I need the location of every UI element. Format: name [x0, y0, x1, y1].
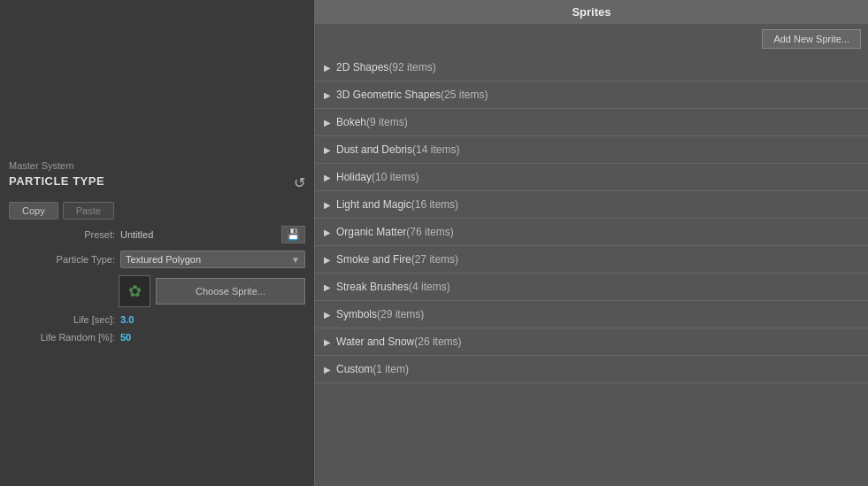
chevron-right-icon: ▶	[324, 63, 331, 73]
choose-sprite-button[interactable]: Choose Sprite...	[156, 278, 305, 305]
chevron-right-icon: ▶	[324, 255, 331, 265]
left-panel: Master System PARTICLE TYPE ↺ Copy Paste…	[0, 0, 314, 486]
life-random-label: Life Random [%]:	[9, 332, 115, 343]
sprite-category-item[interactable]: ▶Organic Matter (76 items)	[315, 219, 868, 246]
sprite-category-item[interactable]: ▶Water and Snow (26 items)	[315, 328, 868, 356]
chevron-right-icon: ▶	[324, 90, 331, 100]
particle-type-value: Textured Polygon	[126, 254, 201, 265]
sprite-category-item[interactable]: ▶Custom (1 item)	[315, 356, 868, 383]
category-name: Custom	[336, 363, 373, 375]
sprite-preview-icon: ✿	[128, 282, 142, 301]
chevron-down-icon: ▼	[291, 255, 300, 265]
category-name: Smoke and Fire	[336, 253, 411, 266]
add-sprite-row: Add New Sprite...	[315, 24, 868, 54]
life-value: 3.0	[120, 314, 134, 325]
category-name: Symbols	[336, 308, 377, 320]
chevron-right-icon: ▶	[324, 200, 331, 210]
sprite-category-item[interactable]: ▶Bokeh (9 items)	[315, 109, 868, 136]
sprite-category-item[interactable]: ▶3D Geometric Shapes (25 items)	[315, 81, 868, 109]
paste-button[interactable]: Paste	[63, 202, 114, 220]
preset-save-button[interactable]: 💾	[281, 226, 305, 243]
category-count: (76 items)	[406, 226, 453, 238]
chevron-right-icon: ▶	[324, 173, 331, 182]
category-name: Light and Magic	[336, 198, 411, 211]
sprite-category-item[interactable]: ▶Dust and Debris (14 items)	[315, 136, 868, 164]
preset-label: Preset:	[9, 229, 115, 240]
sprite-category-item[interactable]: ▶2D Shapes (92 items)	[315, 54, 868, 81]
category-count: (9 items)	[366, 116, 408, 128]
reset-icon[interactable]: ↺	[294, 174, 305, 191]
chevron-right-icon: ▶	[324, 118, 331, 127]
particle-type-row: Particle Type: Textured Polygon ▼	[9, 251, 305, 268]
category-name: Dust and Debris	[336, 143, 412, 156]
category-count: (29 items)	[377, 308, 424, 320]
life-row: Life [sec]: 3.0	[9, 314, 305, 325]
category-name: Organic Matter	[336, 226, 406, 238]
category-name: 2D Shapes	[336, 61, 388, 73]
form-rows: Preset: Untitled 💾 Particle Type: Textur…	[9, 226, 305, 350]
category-count: (27 items)	[411, 253, 458, 266]
preset-row: Preset: Untitled 💾	[9, 226, 305, 243]
master-system-label: Master System	[9, 160, 73, 171]
copy-paste-row: Copy Paste	[9, 202, 114, 220]
category-count: (16 items)	[411, 198, 458, 211]
category-count: (14 items)	[412, 143, 459, 156]
preset-value: Untitled	[120, 229, 278, 240]
life-random-row: Life Random [%]: 50	[9, 332, 305, 343]
category-name: 3D Geometric Shapes	[336, 89, 441, 101]
category-name: Holiday	[336, 171, 372, 183]
sprite-category-item[interactable]: ▶Light and Magic (16 items)	[315, 191, 868, 219]
category-count: (10 items)	[372, 171, 419, 183]
chevron-right-icon: ▶	[324, 337, 331, 347]
particle-type-label: Particle Type:	[9, 254, 115, 265]
chevron-right-icon: ▶	[324, 365, 331, 374]
copy-button[interactable]: Copy	[9, 202, 58, 220]
sprite-category-item[interactable]: ▶Symbols (29 items)	[315, 301, 868, 328]
sprite-thumbnail: ✿	[119, 275, 150, 307]
add-sprite-button[interactable]: Add New Sprite...	[762, 29, 861, 49]
sprites-header: Sprites	[315, 0, 868, 24]
category-count: (92 items)	[388, 61, 435, 73]
sprite-category-item[interactable]: ▶Smoke and Fire (27 items)	[315, 246, 868, 274]
category-name: Bokeh	[336, 116, 366, 128]
category-count: (1 item)	[373, 363, 409, 375]
life-label: Life [sec]:	[9, 314, 115, 325]
category-count: (25 items)	[441, 89, 488, 101]
sprite-category-item[interactable]: ▶Holiday (10 items)	[315, 164, 868, 191]
category-count: (4 items)	[409, 281, 450, 293]
chevron-right-icon: ▶	[324, 282, 331, 292]
chevron-right-icon: ▶	[324, 310, 331, 320]
chevron-right-icon: ▶	[324, 228, 331, 237]
particle-type-dropdown[interactable]: Textured Polygon ▼	[120, 251, 305, 268]
life-random-value: 50	[120, 332, 131, 343]
category-count: (26 items)	[414, 336, 461, 348]
sprite-list: ▶2D Shapes (92 items)▶3D Geometric Shape…	[315, 54, 868, 486]
chevron-right-icon: ▶	[324, 145, 331, 155]
category-name: Water and Snow	[336, 336, 414, 348]
sprite-row: ✿ Choose Sprite...	[119, 275, 305, 307]
category-name: Streak Brushes	[336, 281, 409, 293]
particle-type-header: PARTICLE TYPE	[9, 174, 104, 188]
sprite-category-item[interactable]: ▶Streak Brushes (4 items)	[315, 274, 868, 301]
right-panel: Sprites Add New Sprite... ▶2D Shapes (92…	[314, 0, 868, 486]
